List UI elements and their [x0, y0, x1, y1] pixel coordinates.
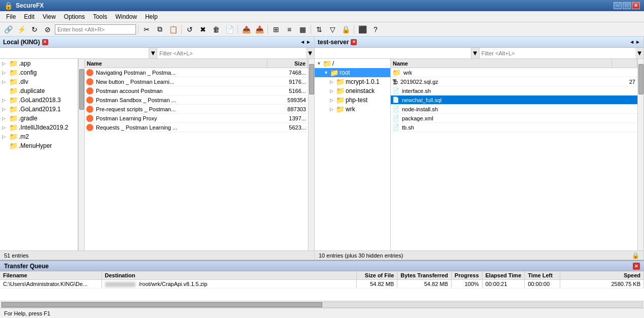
copy-button[interactable]: ⧉ [154, 24, 166, 35]
tree-item-goland18[interactable]: ▷ 📁 .GoLand2018.3 [0, 96, 78, 105]
expand-icon[interactable]: ▷ [2, 98, 9, 103]
expand-icon[interactable]: ▷ [330, 88, 336, 93]
maximize-button[interactable]: □ [623, 2, 631, 9]
tree-scrollbar[interactable] [79, 59, 85, 250]
remote-header-name[interactable]: Name [391, 59, 612, 68]
file-row[interactable]: Pre-request scripts _ Postman... 887303 [85, 105, 308, 114]
menu-file[interactable]: File [2, 12, 20, 21]
filter-button[interactable]: ▽ [326, 24, 338, 35]
remote-file-row[interactable]: 📄 interface.sh [391, 86, 637, 96]
file-row[interactable]: Navigating Postman _ Postma... 7468... [85, 68, 308, 77]
connect-button[interactable]: 🔗 [2, 24, 14, 35]
tree-item-goland19[interactable]: ▷ 📁 .GoLand2019.1 [0, 105, 78, 114]
tree-item-duplicate[interactable]: 📁 .duplicate [0, 86, 78, 96]
bottom-scrollbar[interactable] [0, 301, 644, 308]
tree-item-dlv[interactable]: ▷ 📁 .dlv [0, 77, 78, 86]
tq-col-destination[interactable]: Destination [101, 271, 357, 280]
address-input[interactable] [55, 24, 136, 35]
remote-tree-root[interactable]: ▼ 📁 / [315, 59, 390, 68]
file-row[interactable]: New button _ Postman Learni... 9176... [85, 77, 308, 86]
view-list-button[interactable]: ≡ [283, 24, 295, 35]
left-panel-prev[interactable]: ◄ [300, 39, 305, 45]
menu-help[interactable]: Help [141, 12, 162, 21]
remote-file-row-selected[interactable]: 📄 newchat_full.sql [391, 96, 637, 105]
scroll-track[interactable] [1, 302, 643, 308]
reconnect-button[interactable]: ↻ [28, 24, 41, 35]
expand-icon[interactable]: ▷ [330, 79, 336, 84]
properties-button[interactable]: 📄 [223, 24, 235, 35]
remote-header-size[interactable] [612, 59, 637, 68]
right-filter-dropdown[interactable]: ▼ [635, 48, 643, 58]
file-row[interactable]: Postman account Postman 5166... [85, 86, 308, 96]
expand-icon[interactable]: ▼ [324, 70, 330, 75]
menu-options[interactable]: Options [60, 12, 89, 21]
menu-view[interactable]: View [39, 12, 60, 21]
header-size[interactable]: Size [267, 59, 308, 68]
expand-icon[interactable]: ▷ [2, 107, 9, 112]
left-path-dropdown[interactable]: ▼ [149, 48, 157, 58]
tq-close-btn[interactable]: ✕ [633, 263, 640, 270]
right-panel-close[interactable]: ✕ [351, 39, 357, 45]
left-filter-dropdown[interactable]: ▼ [306, 48, 314, 58]
tree-item-intellij[interactable]: ▷ 📁 .IntelliJIdea2019.2 [0, 123, 78, 132]
remote-file-row[interactable]: 📁 wrk [391, 68, 637, 77]
expand-icon[interactable]: ▷ [2, 61, 9, 66]
file-row[interactable]: Postman Sandbox _ Postman ... 599354 [85, 96, 308, 105]
sync-button[interactable]: ⬛ [356, 24, 368, 35]
left-filter-input[interactable] [157, 48, 306, 58]
expand-icon[interactable]: ▷ [330, 98, 336, 103]
remote-file-row[interactable]: 📄 package.xml [391, 114, 637, 123]
menu-window[interactable]: Window [111, 12, 141, 21]
remote-tree-phptest[interactable]: ▷ 📁 php-test [315, 96, 390, 105]
tq-row[interactable]: C:\Users\Administrator.KING\De... /root/… [0, 280, 644, 289]
tq-col-elapsed[interactable]: Elapsed Time [482, 271, 525, 280]
file-row[interactable]: Postman Learning Proxy 1397... [85, 114, 308, 123]
header-name[interactable]: Name [85, 59, 267, 68]
remote-tree-oneinstack[interactable]: ▷ 📁 oneinstack [315, 86, 390, 96]
tq-col-bytes[interactable]: Bytes Transferred [397, 271, 452, 280]
stop-button[interactable]: ✖ [197, 24, 209, 35]
tq-col-filename[interactable]: Filename [0, 271, 101, 280]
left-panel-next[interactable]: ► [306, 39, 311, 45]
menu-tools[interactable]: Tools [89, 12, 111, 21]
expand-icon[interactable]: ▼ [317, 61, 323, 66]
disconnect-button[interactable]: ⊘ [42, 24, 54, 35]
expand-icon[interactable]: ▷ [2, 70, 9, 75]
right-path-dropdown[interactable]: ▼ [471, 48, 480, 58]
right-panel-prev[interactable]: ◄ [629, 39, 634, 45]
tq-col-timeleft[interactable]: Time Left [525, 271, 560, 280]
remote-file-row[interactable]: 📄 node-install.sh [391, 105, 637, 114]
remote-file-row[interactable]: 🗜 2019022.sql.gz 27 [391, 77, 637, 86]
remote-tree-home[interactable]: ▼ 📁 root [315, 68, 390, 77]
view-details-button[interactable]: ▦ [296, 24, 309, 35]
remote-tree-mcrypt[interactable]: ▷ 📁 mcrypt-1.0.1 [315, 77, 390, 86]
expand-icon[interactable]: ▷ [2, 134, 9, 139]
upload-button[interactable]: 📤 [240, 24, 252, 35]
lock-button[interactable]: 🔒 [340, 24, 352, 35]
left-panel-close[interactable]: ✕ [42, 39, 48, 45]
download-button[interactable]: 📥 [253, 24, 265, 35]
tq-col-filesize[interactable]: Size of File [357, 271, 397, 280]
tree-item-m2[interactable]: ▷ 📁 .m2 [0, 132, 78, 141]
view-grid-button[interactable]: ⊞ [270, 24, 282, 35]
close-button[interactable]: ✕ [632, 2, 640, 9]
remote-tree-wrk[interactable]: ▷ 📁 wrk [315, 105, 390, 114]
expand-icon[interactable]: ▷ [330, 107, 336, 112]
help-button[interactable]: ? [369, 24, 382, 35]
right-panel-next[interactable]: ► [635, 39, 640, 45]
tq-close-icon[interactable]: ✕ [633, 263, 640, 270]
remote-scrollbar[interactable] [637, 59, 643, 250]
tq-col-speed[interactable]: Speed [560, 271, 644, 280]
expand-icon[interactable]: ▷ [2, 116, 9, 121]
tree-item-menuhyper[interactable]: 📁 .MenuHyper [0, 141, 78, 150]
menu-edit[interactable]: Edit [20, 12, 39, 21]
cut-button[interactable]: ✂ [141, 24, 153, 35]
left-path-input[interactable]: C:\Users\Administrator.KING\Desktop\post… [0, 48, 149, 58]
remote-file-row[interactable]: 📄 tb.sh [391, 123, 637, 132]
file-row[interactable]: Requests _ Postman Learning ... 5623... [85, 123, 308, 132]
delete-button[interactable]: 🗑 [210, 24, 222, 35]
paste-button[interactable]: 📋 [167, 24, 179, 35]
right-path-input[interactable]: /root [315, 48, 471, 58]
refresh-button[interactable]: ↺ [184, 24, 196, 35]
expand-icon[interactable]: ▷ [2, 125, 9, 130]
